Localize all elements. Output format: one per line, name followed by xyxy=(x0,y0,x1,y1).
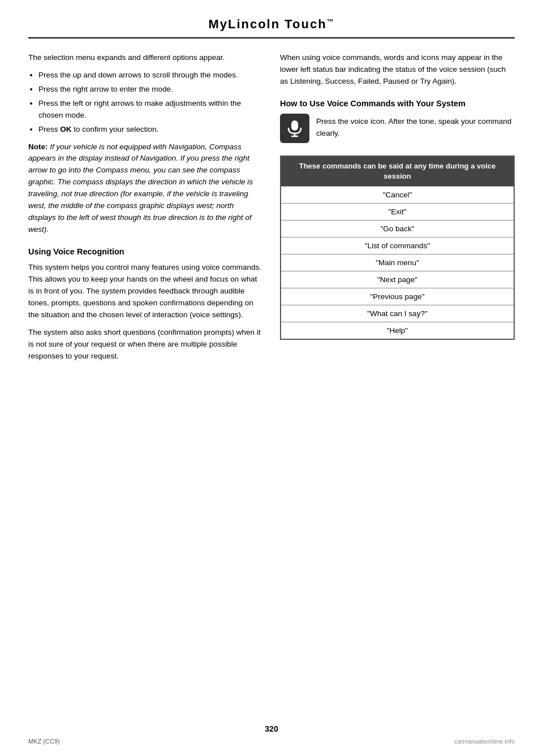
content-columns: The selection menu expands and different… xyxy=(28,52,515,368)
command-item: "What can I say?" xyxy=(281,305,514,322)
commands-table: These commands can be said at any time d… xyxy=(280,155,515,340)
voice-icon-box xyxy=(280,114,309,143)
right-column: When using voice commands, words and ico… xyxy=(280,52,515,368)
page-footer: 320 xyxy=(0,724,543,733)
page-container: MyLincoln Touch™ The selection menu expa… xyxy=(0,0,543,756)
note-label: Note: xyxy=(28,142,48,151)
svg-rect-0 xyxy=(291,120,298,131)
command-item: "Cancel" xyxy=(281,187,514,204)
voice-instruction: Press the voice icon. After the tone, sp… xyxy=(316,116,515,140)
list-item: Press the right arrow to enter the mode. xyxy=(38,84,263,96)
section2-heading: How to Use Voice Commands with Your Syst… xyxy=(280,98,515,109)
command-item: "Previous page" xyxy=(281,288,514,305)
page-header: MyLincoln Touch™ xyxy=(28,17,515,38)
section1-para2: The system also asks short questions (co… xyxy=(28,327,263,362)
list-item: Press OK to confirm your selection. xyxy=(38,124,263,136)
voice-icon-row: Press the voice icon. After the tone, sp… xyxy=(280,114,515,145)
left-column: The selection menu expands and different… xyxy=(28,52,263,368)
note-body: If your vehicle is not equipped with Nav… xyxy=(28,142,253,234)
command-item: "Exit" xyxy=(281,204,514,221)
command-item: "Go back" xyxy=(281,221,514,237)
page-number: 320 xyxy=(265,724,278,733)
right-intro-text: When using voice commands, words and ico… xyxy=(280,52,515,88)
command-item: "Help" xyxy=(281,322,514,340)
bullet-list: Press the up and down arrows to scroll t… xyxy=(38,70,263,136)
command-item: "List of commands" xyxy=(281,237,514,254)
footer-label: MKZ (CC9) xyxy=(28,738,60,745)
voice-icon xyxy=(285,119,304,138)
page-title: MyLincoln Touch xyxy=(208,17,326,31)
page-title-sup: ™ xyxy=(327,18,335,25)
section1-para1: This system helps you control many featu… xyxy=(28,262,263,321)
list-item: Press the up and down arrows to scroll t… xyxy=(38,70,263,81)
table-header: These commands can be said at any time d… xyxy=(281,156,514,187)
section1-heading: Using Voice Recognition xyxy=(28,246,263,257)
watermark: carmanualsonline.info xyxy=(454,738,515,745)
command-item: "Next page" xyxy=(281,271,514,288)
list-item: Press the left or right arrows to make a… xyxy=(38,98,263,122)
command-item: "Main menu" xyxy=(281,254,514,271)
intro-text: The selection menu expands and different… xyxy=(28,52,263,64)
note-text: Note: If your vehicle is not equipped wi… xyxy=(28,141,263,236)
